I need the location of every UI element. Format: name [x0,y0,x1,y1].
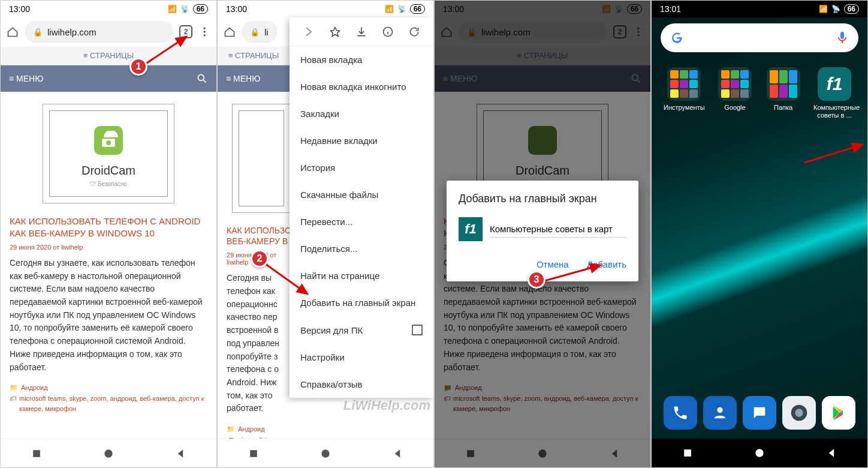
google-search-widget[interactable] [661,23,858,52]
card-title: DroidCam [56,164,161,178]
article-title[interactable]: КАК ИСПОЛЬЗОВАТЬ ТЕЛЕФОН С ANDROID КАК В… [10,215,207,239]
menu-incognito[interactable]: Новая вкладка инкогнито [290,73,433,100]
status-icons: 📶 📡 66 [385,4,425,14]
svg-point-26 [795,409,803,416]
wifi-icon: 📡 [831,5,840,13]
svg-point-5 [106,140,111,145]
folder-google[interactable]: Google [717,67,754,119]
signal-icon: 📶 [168,5,177,13]
battery-icon: 66 [193,4,208,14]
article-card[interactable] [232,104,291,213]
browser-toolbar: 🔒 liwihelp.com 2 [1,17,216,46]
site-menu-bar: ≡ МЕНЮ [1,65,216,92]
google-icon [670,31,684,45]
tab-switcher[interactable]: 2 [179,25,192,38]
folder-tools[interactable]: Инструменты [664,67,705,119]
checkbox-icon[interactable] [412,325,423,335]
menu-find[interactable]: Найти на странице [290,262,433,289]
site-pages-link[interactable]: ≡ СТРАНИЦЫ [1,46,216,65]
home-screen[interactable]: 13:01 📶📡66 Инструменты Google Папка f1 К… [652,1,867,467]
battery-icon: 66 [410,4,425,14]
mic-icon[interactable] [835,31,849,45]
page-content: DroidCam 🛡 Безопасно КАК ИСПОЛЬЗОВАТЬ ТЕ… [1,92,216,427]
card-subtitle: 🛡 Безопасно [56,181,161,187]
article-card[interactable]: DroidCam 🛡 Безопасно [43,104,174,203]
shortcut-name-input[interactable] [490,221,626,238]
svg-line-4 [204,80,206,83]
page-content: КАК ИСПОЛЬЗОВЕБ-КАМЕРУ В 29 июня 2020 от… [218,92,296,468]
info-icon[interactable] [382,26,394,38]
nav-bar [1,439,216,467]
panel-2: 13:00 📶 📡 66 🔒 li ≡ СТРАНИЦЫ ≡ МЕНЮ КАК … [217,0,434,468]
svg-rect-12 [250,450,257,457]
menu-label[interactable]: ≡ МЕНЮ [226,74,260,83]
nav-back[interactable] [825,447,837,459]
svg-point-2 [203,34,205,36]
home-icon[interactable] [7,26,19,38]
menu-recent-tabs[interactable]: Недавние вкладки [290,127,433,154]
reload-icon[interactable] [408,26,420,38]
folder-folder[interactable]: Папка [765,67,801,119]
nav-home[interactable] [320,448,331,460]
site-favicon: f1 [459,217,483,241]
wifi-icon: 📡 [180,5,189,13]
article-tags: 📁 Андроид 🏷 microsoft teams, skype, zoom… [10,383,207,415]
address-bar[interactable]: 🔒 li [242,21,278,43]
nav-recent[interactable] [248,448,260,460]
status-time: 13:01 [660,4,681,14]
forward-icon[interactable] [303,26,315,38]
nav-home[interactable] [103,448,114,460]
menu-desktop[interactable]: Версия для ПК [290,316,433,344]
site-pages-link[interactable]: ≡ СТРАНИЦЫ [218,46,290,65]
menu-settings[interactable]: Настройки [290,344,433,371]
home-icon[interactable] [224,26,236,38]
messages-app[interactable] [743,396,776,430]
nav-recent[interactable] [31,448,43,460]
address-bar[interactable]: 🔒 liwihelp.com [25,21,173,43]
status-bar: 13:01 📶📡66 [652,1,867,17]
lock-icon: 🔒 [250,28,260,37]
panel-3: 13:00 📶📡66 🔒liwihelp.com 2 ≡ СТРАНИЦЫ ≡ … [434,0,651,468]
nav-back[interactable] [391,448,403,460]
url-text: liwihelp.com [47,27,97,37]
menu-add-home[interactable]: Добавить на главный экран [290,289,433,316]
status-bar: 13:00 📶 📡 66 [218,1,433,17]
nav-recent[interactable] [682,447,694,459]
svg-point-24 [717,407,722,413]
menu-share[interactable]: Поделиться... [290,235,433,262]
menu-downloads[interactable]: Скачанные файлы [290,181,433,208]
add-button[interactable]: Добавить [587,259,626,269]
status-time: 13:00 [226,4,247,14]
play-store-app[interactable] [822,396,855,430]
menu-icon[interactable] [198,26,210,38]
url-text: li [264,27,269,37]
site-menu-bar: ≡ МЕНЮ [218,65,290,92]
svg-rect-27 [684,449,691,457]
camera-app[interactable] [782,396,816,430]
menu-new-tab[interactable]: Новая вкладка [290,46,433,73]
droidcam-icon [94,126,123,155]
article-title[interactable]: КАК ИСПОЛЬЗОВЕБ-КАМЕРУ В [227,225,296,247]
chrome-menu: Новая вкладка Новая вкладка инкогнито За… [290,17,433,398]
menu-bookmarks[interactable]: Закладки [290,100,433,127]
menu-help[interactable]: Справка/отзыв [290,371,433,398]
download-icon[interactable] [355,26,367,38]
dock [652,387,867,439]
dialog-title: Добавить на главный экран [459,193,626,205]
menu-label[interactable]: ≡ МЕНЮ [9,74,43,83]
menu-translate[interactable]: Перевести... [290,208,433,235]
nav-home[interactable] [754,447,765,459]
star-icon[interactable] [329,26,341,38]
search-icon[interactable] [196,73,208,85]
svg-rect-6 [33,450,40,457]
cancel-button[interactable]: Отмена [537,259,569,269]
status-bar: 13:00 📶 📡 66 [1,1,216,17]
nav-back[interactable] [174,448,186,460]
watermark: LiWiHelp.com [343,398,430,413]
callout-2: 2 [251,250,269,268]
contacts-app[interactable] [703,396,737,430]
menu-history[interactable]: История [290,154,433,181]
phone-app[interactable] [664,396,697,430]
add-home-dialog: Добавить на главный экран f1 Отмена Доба… [447,181,638,281]
shortcut-site[interactable]: f1 Компьютерные советы в ... [813,67,855,119]
